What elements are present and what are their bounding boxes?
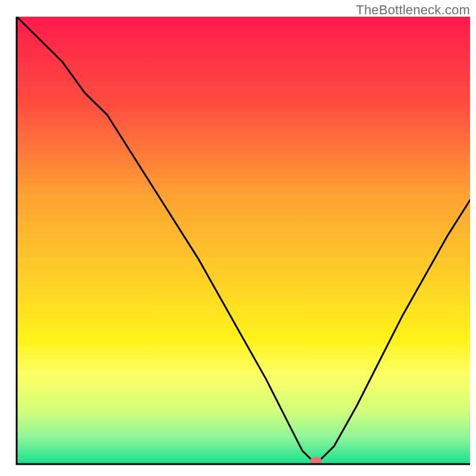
optimal-point-marker [310,457,322,464]
chart-svg [0,0,476,476]
bottleneck-chart: TheBottleneck.com [0,0,476,476]
watermark-text: TheBottleneck.com [356,2,470,18]
gradient-background [17,17,470,464]
